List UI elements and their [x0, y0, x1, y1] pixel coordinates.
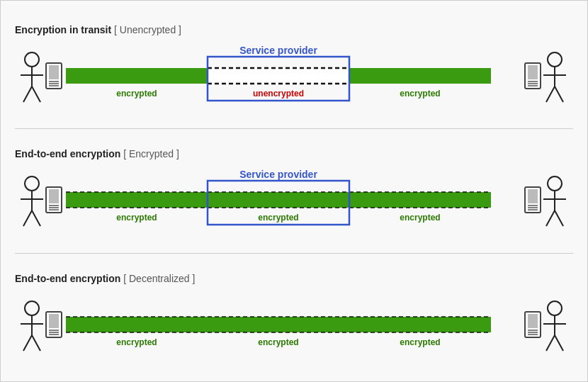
svg-point-10: [25, 52, 39, 67]
svg-text:Service provider: Service provider: [239, 45, 317, 56]
svg-text:encrypted: encrypted: [258, 213, 298, 223]
svg-text:unencrypted: unencrypted: [253, 89, 304, 99]
svg-point-38: [25, 176, 39, 191]
diagram-svg-2: Service provider encrypted encrypted enc…: [18, 169, 570, 233]
section-title-transit: Encryption in transit [ Unencrypted ]: [15, 24, 573, 35]
svg-rect-75: [528, 314, 538, 328]
svg-text:encrypted: encrypted: [400, 337, 440, 347]
svg-line-29: [555, 86, 563, 102]
svg-rect-30: [66, 192, 491, 208]
svg-point-53: [548, 176, 562, 191]
svg-point-79: [548, 301, 562, 315]
section-title-e2e: End-to-end encryption [ Encrypted ]: [15, 148, 573, 159]
section-title-decentralized: End-to-end encryption [ Decentralized ]: [15, 273, 573, 284]
svg-rect-1: [208, 68, 349, 84]
svg-point-64: [25, 301, 39, 315]
svg-line-68: [32, 335, 40, 351]
diagram-decentralized: encrypted encrypted encrypted: [15, 294, 573, 358]
svg-line-56: [546, 210, 555, 226]
svg-line-83: [555, 335, 563, 351]
diagram-svg-3: encrypted encrypted encrypted: [18, 294, 570, 358]
svg-point-25: [548, 52, 562, 67]
diagram-transit: Service provider encrypted unencrypted e…: [15, 45, 573, 109]
section-e2e: End-to-end encryption [ Encrypted ] Serv…: [15, 132, 573, 249]
svg-line-41: [23, 210, 32, 226]
svg-rect-44: [49, 189, 59, 203]
svg-text:Service provider: Service provider: [239, 169, 317, 180]
svg-rect-70: [49, 314, 59, 328]
svg-rect-2: [349, 68, 491, 84]
svg-rect-49: [528, 189, 538, 203]
svg-line-28: [546, 86, 555, 102]
svg-rect-58: [66, 317, 491, 332]
svg-rect-21: [528, 65, 538, 79]
main-container: Encryption in transit [ Unencrypted ] Se…: [0, 0, 588, 382]
section-decentralized: End-to-end encryption [ Decentralized ] …: [15, 257, 573, 374]
svg-line-57: [555, 210, 563, 226]
svg-line-67: [23, 335, 32, 351]
svg-text:encrypted: encrypted: [116, 213, 157, 223]
svg-text:encrypted: encrypted: [400, 89, 440, 99]
svg-line-42: [32, 210, 40, 226]
svg-rect-0: [66, 68, 208, 84]
svg-rect-16: [49, 65, 59, 79]
diagram-svg-1: Service provider encrypted unencrypted e…: [18, 45, 570, 109]
svg-text:encrypted: encrypted: [116, 337, 157, 347]
section-transit: Encryption in transit [ Unencrypted ] Se…: [15, 8, 573, 125]
svg-line-14: [32, 86, 40, 102]
svg-text:encrypted: encrypted: [116, 89, 157, 99]
diagram-e2e: Service provider encrypted encrypted enc…: [15, 169, 573, 233]
svg-text:encrypted: encrypted: [400, 213, 440, 223]
svg-text:encrypted: encrypted: [258, 337, 298, 347]
svg-line-13: [23, 86, 32, 102]
svg-line-82: [546, 335, 555, 351]
